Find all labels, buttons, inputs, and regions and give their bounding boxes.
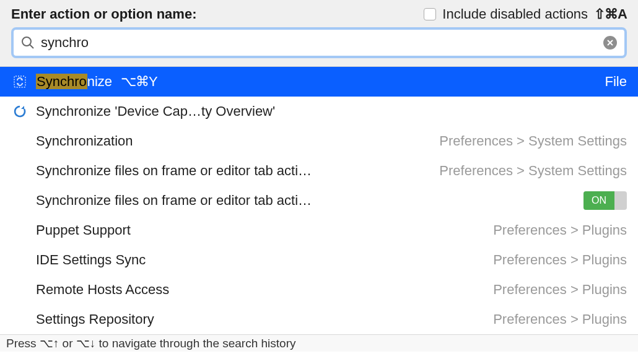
close-icon [606,39,614,46]
result-label: Settings Repository [36,311,154,327]
result-row[interactable]: Synchronize ⌥⌘YFile [0,67,638,97]
result-location: Preferences > Plugins [493,252,627,268]
match-highlight: Synchro [36,74,87,89]
dialog-header: Enter action or option name: Include dis… [0,0,638,67]
include-disabled-shortcut: ⇧⌘A [594,6,627,22]
result-shortcut: ⌥⌘Y [121,74,157,90]
refresh-icon [11,104,28,119]
result-location: File [605,74,627,90]
result-label: Synchronization [36,133,133,149]
result-row[interactable]: Puppet SupportPreferences > Plugins [0,215,638,245]
search-input[interactable] [41,35,597,51]
result-row[interactable]: Remote Hosts AccessPreferences > Plugins [0,275,638,305]
result-row[interactable]: SynchronizationPreferences > System Sett… [0,126,638,156]
result-label: Puppet Support [36,222,131,238]
toggle-on-label: ON [583,191,614,210]
result-row[interactable]: IDE Settings SyncPreferences > Plugins [0,245,638,275]
result-label: Synchronize [36,74,112,90]
search-icon [21,36,35,50]
search-field-wrapper[interactable] [11,27,627,58]
svg-point-0 [22,37,31,46]
result-location: Preferences > Plugins [493,222,627,238]
result-label: Synchronize files on frame or editor tab… [36,193,312,209]
include-disabled-checkbox[interactable] [424,8,436,20]
result-row[interactable]: Synchronize 'Device Cap…ty Overview' [0,97,638,126]
result-label: IDE Settings Sync [36,252,146,268]
result-location: Preferences > System Settings [439,133,627,149]
result-label: Synchronize files on frame or editor tab… [36,163,312,179]
result-row[interactable]: Synchronize files on frame or editor tab… [0,186,638,215]
result-location: Preferences > Plugins [493,311,627,327]
footer-hint: Press ⌥↑ or ⌥↓ to navigate through the s… [0,334,638,352]
result-location: Preferences > Plugins [493,282,627,298]
include-disabled-label: Include disabled actions [442,6,588,22]
results-list: Synchronize ⌥⌘YFile Synchronize 'Device … [0,67,638,334]
svg-line-1 [30,45,33,48]
sync-icon [11,74,28,89]
result-row[interactable]: Synchronize files on frame or editor tab… [0,156,638,186]
prompt-label: Enter action or option name: [11,6,196,22]
result-label: Synchronize 'Device Cap…ty Overview' [36,103,275,119]
result-label: Remote Hosts Access [36,282,169,298]
toggle-switch[interactable]: ON [583,191,627,210]
result-row[interactable]: Settings RepositoryPreferences > Plugins [0,305,638,334]
clear-button[interactable] [603,36,617,50]
result-location: Preferences > System Settings [439,163,627,179]
